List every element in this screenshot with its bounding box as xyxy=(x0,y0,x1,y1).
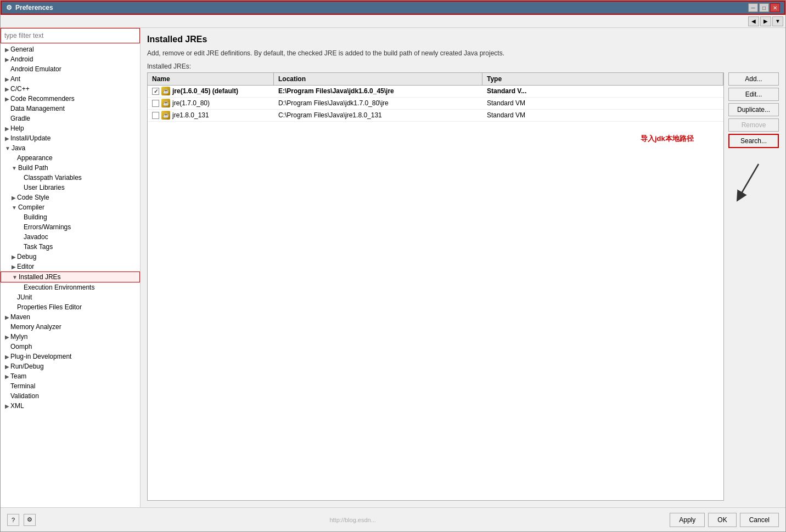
col-header-name[interactable]: Name xyxy=(148,73,274,85)
sidebar-item-building[interactable]: ▶Building xyxy=(1,212,140,222)
minimize-button[interactable]: ─ xyxy=(748,3,758,12)
annotation-text: 导入jdk本地路径 xyxy=(641,134,694,144)
cell-name-0: ☕ jre(1.6.0_45) (default) xyxy=(148,86,274,97)
jre-table: Name Location Type ☕ jre(1.6.0_45) (defa… xyxy=(147,72,724,501)
window-title: Preferences xyxy=(15,4,53,12)
sidebar-item-code-style[interactable]: ▶Code Style xyxy=(1,193,140,202)
sidebar-item-appearance[interactable]: ▶Appearance xyxy=(1,153,140,163)
page-title: Installed JREs xyxy=(147,35,779,44)
description: Add, remove or edit JRE definitions. By … xyxy=(147,49,779,58)
sidebar-item-properties-files-editor[interactable]: ▶Properties Files Editor xyxy=(1,302,140,312)
close-button[interactable]: ✕ xyxy=(770,3,780,12)
tree: ▶General ▶Android ▶Android Emulator ▶Ant… xyxy=(1,43,140,507)
sidebar-item-classpath-variables[interactable]: ▶Classpath Variables xyxy=(1,173,140,183)
jre-name-1: jre(1.7.0_80) xyxy=(172,99,210,107)
forward-button[interactable]: ▶ xyxy=(760,16,771,26)
sidebar-item-user-libraries[interactable]: ▶User Libraries xyxy=(1,183,140,193)
svg-line-0 xyxy=(739,164,759,197)
window-controls: ─ □ ✕ xyxy=(748,3,780,12)
dropdown-button[interactable]: ▼ xyxy=(772,16,783,26)
table-row[interactable]: ☕ jre(1.6.0_45) (default) E:\Program Fil… xyxy=(148,86,723,98)
sidebar-item-help[interactable]: ▶Help xyxy=(1,123,140,133)
title-bar-left: ⚙ Preferences xyxy=(6,4,53,12)
button-panel: Add... Edit... Duplicate... Remove Searc… xyxy=(724,72,779,501)
cell-type-0: Standard V... xyxy=(482,86,723,96)
checkbox-0[interactable] xyxy=(152,88,159,95)
cell-name-2: ☕ jre1.8.0_131 xyxy=(148,110,274,121)
sidebar-item-build-path[interactable]: ▼Build Path xyxy=(1,163,140,173)
cell-location-2: C:\Program Files\Java\jre1.8.0_131 xyxy=(274,110,482,120)
bottom-right: Apply OK Cancel xyxy=(670,513,779,527)
col-header-location[interactable]: Location xyxy=(274,73,482,85)
table-header: Name Location Type xyxy=(148,73,723,86)
sidebar-item-junit[interactable]: ▶JUnit xyxy=(1,292,140,302)
bottom-bar: ? ⚙ http://blog.esdn... Apply OK Cancel xyxy=(1,507,785,531)
table-body: ☕ jre(1.6.0_45) (default) E:\Program Fil… xyxy=(148,86,723,122)
sidebar-item-c-cpp[interactable]: ▶C/C++ xyxy=(1,84,140,94)
maximize-button[interactable]: □ xyxy=(759,3,769,12)
filter-input[interactable] xyxy=(1,28,140,43)
back-button[interactable]: ◀ xyxy=(748,16,759,26)
col-header-type[interactable]: Type xyxy=(482,73,723,85)
toolbar: ◀ ▶ ▼ xyxy=(1,15,785,28)
cell-type-1: Standard VM xyxy=(482,98,723,108)
title-bar: ⚙ Preferences ─ □ ✕ xyxy=(1,1,785,15)
sidebar-item-task-tags[interactable]: ▶Task Tags xyxy=(1,242,140,252)
sidebar-item-plug-in-development[interactable]: ▶Plug-in Development xyxy=(1,352,140,361)
settings-button[interactable]: ⚙ xyxy=(24,514,36,526)
sidebar-item-compiler[interactable]: ▼Compiler xyxy=(1,202,140,212)
table-row[interactable]: ☕ jre1.8.0_131 C:\Program Files\Java\jre… xyxy=(148,110,723,122)
help-button[interactable]: ? xyxy=(7,514,19,526)
arrow-annotation-svg xyxy=(728,161,772,205)
sidebar-item-installed-jres[interactable]: ▼Installed JREs xyxy=(1,271,140,282)
sidebar-item-debug[interactable]: ▶Debug xyxy=(1,252,140,262)
sidebar-item-maven[interactable]: ▶Maven xyxy=(1,312,140,322)
sidebar-item-android[interactable]: ▶Android xyxy=(1,54,140,64)
search-button[interactable]: Search... xyxy=(728,134,779,148)
cell-location-1: D:\Program Files\Java\jdk1.7.0_80\jre xyxy=(274,98,482,108)
sidebar-item-editor[interactable]: ▶Editor xyxy=(1,262,140,271)
duplicate-button[interactable]: Duplicate... xyxy=(728,103,779,116)
apply-button[interactable]: Apply xyxy=(670,513,705,527)
table-wrapper: Name Location Type ☕ jre(1.6.0_45) (defa… xyxy=(147,72,779,501)
sidebar-item-team[interactable]: ▶Team xyxy=(1,371,140,381)
sidebar-item-code-recommenders[interactable]: ▶Code Recommenders xyxy=(1,94,140,104)
sidebar-item-mylyn[interactable]: ▶Mylyn xyxy=(1,332,140,342)
jre-icon-2: ☕ xyxy=(161,111,170,120)
sidebar-item-ant[interactable]: ▶Ant xyxy=(1,74,140,84)
ok-button[interactable]: OK xyxy=(708,513,736,527)
sidebar-item-javadoc[interactable]: ▶Javadoc xyxy=(1,232,140,242)
cell-type-2: Standard VM xyxy=(482,110,723,120)
checkbox-2[interactable] xyxy=(152,112,159,119)
content-area: Installed JREs Add, remove or edit JRE d… xyxy=(141,28,785,507)
sidebar-item-install-update[interactable]: ▶Install/Update xyxy=(1,133,140,143)
main-content: ▶General ▶Android ▶Android Emulator ▶Ant… xyxy=(1,28,785,507)
sidebar-item-terminal[interactable]: ▶Terminal xyxy=(1,381,140,391)
sidebar-item-validation[interactable]: ▶Validation xyxy=(1,391,140,401)
jre-icon-0: ☕ xyxy=(161,87,170,95)
checkbox-1[interactable] xyxy=(152,100,159,107)
sidebar-item-execution-environments[interactable]: ▶Execution Environments xyxy=(1,282,140,292)
cancel-button[interactable]: Cancel xyxy=(740,513,779,527)
watermark: http://blog.esdn... xyxy=(329,517,375,523)
sidebar-item-memory-analyzer[interactable]: ▶Memory Analyzer xyxy=(1,322,140,332)
sidebar-item-general[interactable]: ▶General xyxy=(1,44,140,54)
installed-label: Installed JREs: xyxy=(147,63,779,70)
sidebar-item-java[interactable]: ▼Java xyxy=(1,143,140,153)
sidebar-item-gradle[interactable]: ▶Gradle xyxy=(1,114,140,123)
add-button[interactable]: Add... xyxy=(728,72,779,86)
bottom-left: ? ⚙ xyxy=(7,514,36,526)
jre-name-0: jre(1.6.0_45) (default) xyxy=(172,87,238,95)
sidebar-item-data-management[interactable]: ▶Data Management xyxy=(1,104,140,114)
remove-button[interactable]: Remove xyxy=(728,118,779,132)
cell-location-0: E:\Program Files\Java\jdk1.6.0_45\jre xyxy=(274,86,482,96)
sidebar-item-oomph[interactable]: ▶Oomph xyxy=(1,342,140,352)
sidebar-item-xml[interactable]: ▶XML xyxy=(1,401,140,411)
sidebar-item-android-emulator[interactable]: ▶Android Emulator xyxy=(1,64,140,74)
table-row[interactable]: ☕ jre(1.7.0_80) D:\Program Files\Java\jd… xyxy=(148,98,723,110)
sidebar-item-run-debug[interactable]: ▶Run/Debug xyxy=(1,361,140,371)
sidebar: ▶General ▶Android ▶Android Emulator ▶Ant… xyxy=(1,28,141,507)
edit-button[interactable]: Edit... xyxy=(728,88,779,101)
window-icon: ⚙ xyxy=(6,4,12,12)
sidebar-item-errors-warnings[interactable]: ▶Errors/Warnings xyxy=(1,222,140,232)
